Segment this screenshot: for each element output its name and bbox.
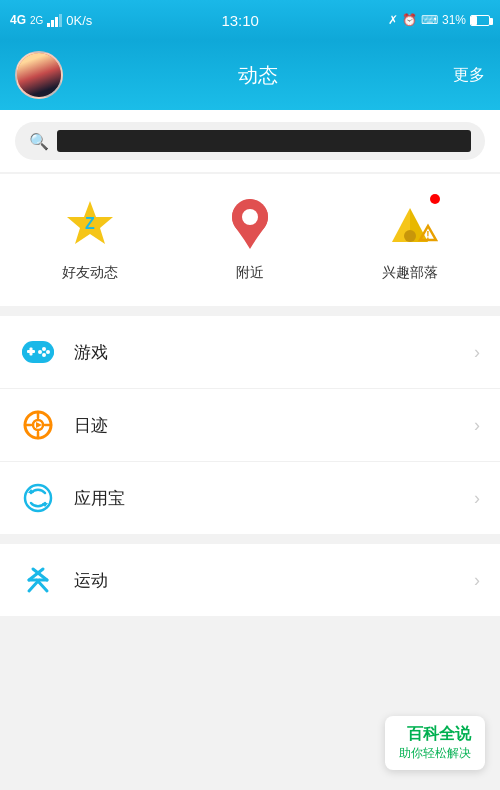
diary-svg: [23, 410, 53, 440]
svg-line-32: [29, 580, 39, 591]
signal-bars: [47, 14, 62, 27]
star-svg: Z: [63, 197, 117, 251]
app-arrow: ›: [474, 488, 480, 509]
network-label: 4G: [10, 13, 26, 27]
quick-nav-nearby[interactable]: 附近: [170, 194, 330, 282]
avatar-image: [17, 53, 61, 97]
svg-point-14: [46, 350, 50, 354]
game-label: 游戏: [74, 341, 474, 364]
diary-arrow: ›: [474, 415, 480, 436]
bluetooth-icon: ✗: [388, 13, 398, 27]
app-icon: [20, 480, 56, 516]
menu-item-app[interactable]: 应用宝 ›: [0, 462, 500, 534]
more-button[interactable]: 更多: [453, 65, 485, 86]
search-container: 🔍: [0, 110, 500, 172]
quick-nav-friends[interactable]: Z 好友动态: [10, 194, 170, 282]
app-label: 应用宝: [74, 487, 474, 510]
quick-nav-tribe[interactable]: ! 兴趣部落: [330, 194, 490, 282]
menu-section-2: 运动 ›: [0, 544, 500, 616]
status-time: 13:10: [221, 12, 259, 29]
quick-nav: Z 好友动态 附近 !: [0, 174, 500, 306]
svg-point-16: [38, 350, 42, 354]
sport-arrow: ›: [474, 570, 480, 591]
avatar[interactable]: [15, 51, 63, 99]
svg-text:Z: Z: [85, 215, 95, 232]
network-speed: 0K/s: [66, 13, 92, 28]
bar4: [59, 14, 62, 27]
gamepad-svg: [22, 341, 54, 363]
menu-item-diary[interactable]: 日迹 ›: [0, 389, 500, 462]
pin-svg: [224, 195, 276, 253]
appstore-svg: [23, 483, 53, 513]
svg-text:!: !: [426, 230, 429, 241]
network-type: 2G: [30, 15, 43, 26]
header-title: 动态: [63, 62, 453, 89]
bar2: [51, 20, 54, 27]
svg-point-15: [42, 353, 46, 357]
svg-rect-12: [30, 348, 33, 356]
svg-point-13: [42, 347, 46, 351]
sport-icon: [20, 562, 56, 598]
battery-level: 31%: [442, 13, 466, 27]
battery-icon: [470, 15, 490, 26]
friends-icon: Z: [60, 194, 120, 254]
status-right: ✗ ⏰ ⌨ 31%: [388, 13, 490, 27]
svg-marker-23: [36, 422, 42, 428]
svg-rect-8: [404, 230, 416, 242]
search-bar[interactable]: 🔍: [15, 122, 485, 160]
tribe-badge: [430, 194, 440, 204]
friends-label: 好友动态: [62, 264, 118, 282]
game-arrow: ›: [474, 342, 480, 363]
alarm-icon: ⏰: [402, 13, 417, 27]
nearby-label: 附近: [236, 264, 264, 282]
camp-svg: !: [382, 196, 438, 252]
status-left: 4G 2G 0K/s: [10, 13, 92, 28]
widget-subtitle: 助你轻松解决: [399, 745, 471, 762]
menu-item-game[interactable]: 游戏 ›: [0, 316, 500, 389]
nearby-icon: [220, 194, 280, 254]
bar3: [55, 17, 58, 27]
status-bar: 4G 2G 0K/s 13:10 ✗ ⏰ ⌨ 31%: [0, 0, 500, 40]
widget-title: 百科全说: [407, 724, 471, 745]
sport-label: 运动: [74, 569, 474, 592]
diary-icon: [20, 407, 56, 443]
tribe-icon: !: [380, 194, 440, 254]
menu-section-1: 游戏 › 日迹 ›: [0, 316, 500, 534]
diary-label: 日迹: [74, 414, 474, 437]
search-input[interactable]: [57, 130, 471, 152]
search-icon: 🔍: [29, 132, 49, 151]
menu-item-sport[interactable]: 运动 ›: [0, 544, 500, 616]
svg-point-3: [242, 209, 258, 225]
tribe-label: 兴趣部落: [382, 264, 438, 282]
game-icon: [20, 334, 56, 370]
bar1: [47, 23, 50, 27]
header: 动态 更多: [0, 40, 500, 110]
bottom-widget[interactable]: 百科全说 助你轻松解决: [385, 716, 485, 770]
sport-svg: [23, 565, 53, 595]
wifi-icon: ⌨: [421, 13, 438, 27]
